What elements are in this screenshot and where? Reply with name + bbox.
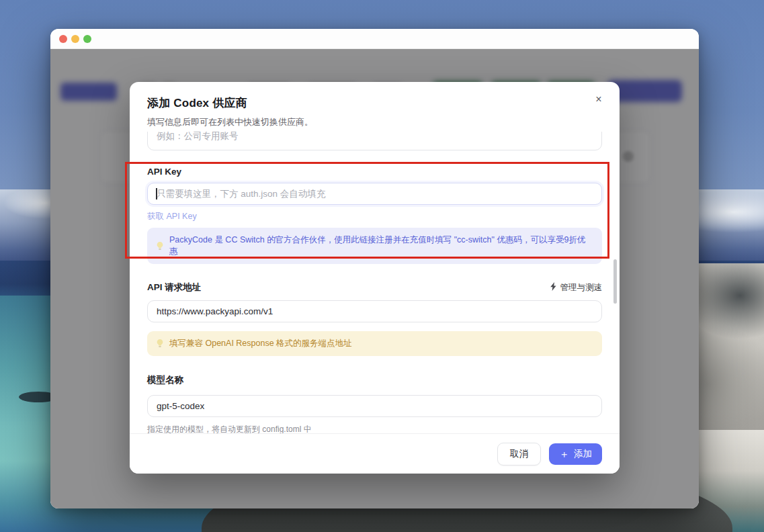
dialog-footer: 取消 ＋ 添加 — [130, 433, 620, 474]
model-name-input[interactable] — [147, 395, 602, 417]
zoom-window-button[interactable] — [83, 35, 91, 43]
api-key-hint-text: PackyCode 是 CC Switch 的官方合作伙伴，使用此链接注册并在充… — [169, 234, 593, 257]
base-url-hint-banner: 填写兼容 OpenAI Response 格式的服务端点地址 — [147, 331, 602, 356]
close-window-button[interactable] — [59, 35, 67, 43]
plus-icon: ＋ — [559, 449, 569, 459]
dialog-title: 添加 Codex 供应商 — [147, 95, 601, 111]
minimize-window-button[interactable] — [71, 35, 79, 43]
model-name-label: 模型名称 — [147, 374, 602, 386]
base-url-label-row: API 请求地址 管理与测速 — [147, 281, 602, 294]
window-titlebar — [50, 29, 699, 49]
api-key-hint-banner: PackyCode 是 CC Switch 的官方合作伙伴，使用此链接注册并在充… — [147, 228, 602, 264]
model-name-hint: 指定使用的模型，将自动更新到 config.toml 中 — [147, 424, 602, 433]
dialog-header: 添加 Codex 供应商 填写信息后即可在列表中快速切换供应商。 × — [130, 82, 620, 136]
lightbulb-icon — [156, 339, 164, 349]
add-button-label: 添加 — [574, 448, 592, 460]
provider-name-input[interactable] — [147, 132, 602, 150]
base-url-input[interactable] — [147, 300, 602, 322]
text-caret — [156, 188, 157, 200]
cancel-button[interactable]: 取消 — [497, 443, 541, 466]
get-api-key-link[interactable]: 获取 API Key — [147, 211, 197, 222]
dialog-body: API Key 获取 API Key PackyCode 是 CC Switch… — [130, 132, 620, 433]
api-key-input-wrap — [147, 183, 602, 205]
manage-speedtest-label: 管理与测速 — [560, 282, 603, 294]
manage-speedtest-link[interactable]: 管理与测速 — [550, 282, 603, 294]
desktop: 添加 Codex 供应商 填写信息后即可在列表中快速切换供应商。 × API K… — [0, 0, 764, 532]
dialog-scrollbar-thumb[interactable] — [613, 259, 617, 304]
api-key-input[interactable] — [147, 183, 602, 205]
lightbulb-icon — [156, 241, 164, 251]
base-url-hint-text: 填写兼容 OpenAI Response 格式的服务端点地址 — [169, 338, 352, 349]
lightning-icon — [550, 282, 557, 293]
add-codex-provider-dialog: 添加 Codex 供应商 填写信息后即可在列表中快速切换供应商。 × API K… — [130, 82, 620, 474]
api-key-label: API Key — [147, 167, 602, 177]
close-icon[interactable]: × — [591, 93, 606, 107]
dialog-subtitle: 填写信息后即可在列表中快速切换供应商。 — [147, 116, 601, 128]
base-url-label: API 请求地址 — [147, 281, 201, 294]
add-button[interactable]: ＋ 添加 — [549, 443, 602, 465]
